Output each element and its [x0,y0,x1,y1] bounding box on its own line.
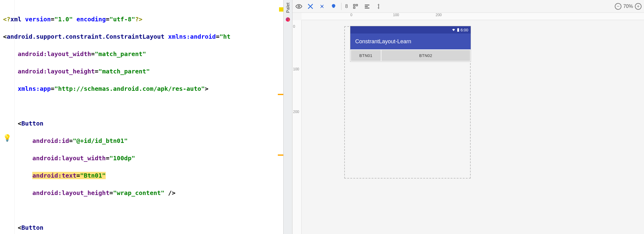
design-preview-pane: 8 − 70% + 0 100 200 0 100 200 6:0 [292,0,644,234]
svg-rect-8 [353,7,355,8]
zoom-out-button[interactable]: − [615,3,621,10]
svg-rect-16 [458,28,458,29]
code-editor-pane[interactable]: 💡 <?xml version="1.0" encoding="utf-8"?>… [0,0,283,234]
preview-button-btn01[interactable]: BTN01 [351,50,381,61]
wifi-icon [451,28,456,32]
svg-rect-6 [353,4,355,6]
svg-rect-9 [365,5,369,5]
preview-button-btn02[interactable]: BTN02 [381,50,470,61]
battery-icon [457,28,459,32]
eye-icon[interactable] [295,2,303,10]
svg-rect-11 [365,8,369,8]
svg-rect-7 [356,4,358,6]
palette-tab[interactable]: Palet [283,0,292,234]
svg-point-3 [288,20,289,21]
palette-label: Palet [285,2,290,13]
blueprint-toggle-icon[interactable] [306,2,314,10]
svg-point-4 [298,5,300,7]
device-frame[interactable]: 6:00 ConstrantLayout-Learn BTN01 BTN02 [350,26,471,62]
align-icon[interactable] [363,2,371,10]
palette-icon [285,17,290,22]
zoom-level-label: 70% [623,4,633,9]
horizontal-ruler: 0 100 200 [302,13,644,20]
vertical-ruler: 0 100 200 [292,20,302,234]
svg-point-2 [288,18,289,19]
pack-icon[interactable] [352,2,359,10]
svg-point-0 [286,17,290,22]
status-time: 6:00 [461,28,468,32]
lightbulb-infer-icon[interactable] [330,2,338,10]
api-level-label[interactable]: 8 [345,4,348,9]
xml-pi: <? [3,16,10,23]
svg-point-1 [287,19,288,20]
toolbar-separator [341,3,341,10]
code-content[interactable]: <?xml version="1.0" encoding="utf-8"?> <… [3,6,282,234]
zoom-controls: − 70% + [615,3,642,10]
zoom-in-button[interactable]: + [635,3,642,10]
design-canvas[interactable]: 6:00 ConstrantLayout-Learn BTN01 BTN02 [302,20,644,234]
device-content: BTN01 BTN02 [350,49,471,62]
autoconnect-icon[interactable] [318,2,326,10]
app-title: ConstrantLayout-Learn [355,38,411,45]
svg-point-5 [321,6,322,7]
design-toolbar: 8 − 70% + [292,0,644,13]
guidelines-icon[interactable] [375,2,383,10]
svg-rect-15 [457,29,459,32]
svg-rect-10 [365,6,368,7]
device-status-bar: 6:00 [350,26,471,34]
app-bar: ConstrantLayout-Learn [350,34,471,49]
